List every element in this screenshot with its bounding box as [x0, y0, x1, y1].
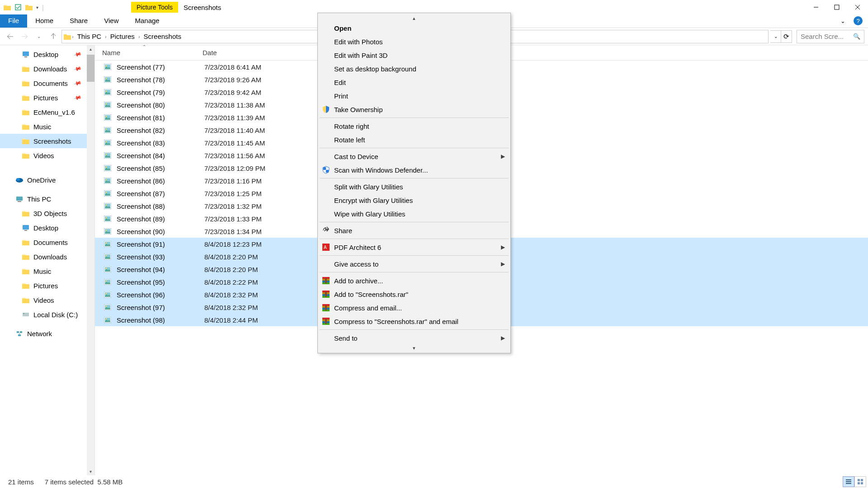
chevron-right-icon[interactable]: ›	[105, 34, 107, 39]
context-menu-item-compress-to-screenshots-rar-and-email[interactable]: Compress to "Screenshots.rar" and email	[318, 314, 510, 328]
refresh-button[interactable]: ⟳	[781, 30, 792, 43]
context-menu-item-split-with-glary-utilities[interactable]: Split with Glary Utilities	[318, 180, 510, 193]
forward-button[interactable]: 🡢	[18, 30, 31, 43]
sidebar-item-downloads[interactable]: Downloads	[0, 249, 94, 264]
save-icon[interactable]	[14, 4, 22, 11]
column-date[interactable]: Date	[203, 49, 311, 56]
sidebar-item-3d-objects[interactable]: 3D Objects	[0, 206, 94, 221]
svg-rect-83	[846, 481, 851, 482]
sidebar-item-documents[interactable]: Documents	[0, 235, 94, 249]
context-menu-scroll-up-icon[interactable]: ▴	[318, 15, 510, 21]
sidebar-item-network[interactable]: Network	[0, 326, 94, 341]
chevron-right-icon[interactable]: ›	[138, 34, 140, 39]
breadcrumb-item[interactable]: Pictures	[108, 32, 137, 41]
maximize-button[interactable]	[826, 0, 847, 14]
sidebar-item-music[interactable]: Music	[0, 119, 94, 134]
context-menu-label: Share	[334, 227, 352, 235]
context-menu-item-open[interactable]: Open	[318, 21, 510, 35]
svg-rect-6	[24, 56, 27, 57]
qat-folder-icon[interactable]	[25, 4, 33, 10]
help-icon[interactable]: ?	[854, 16, 863, 25]
breadcrumb-item[interactable]: This PC	[75, 32, 104, 41]
rar-icon	[321, 303, 330, 312]
search-icon: 🔍	[853, 33, 860, 40]
context-menu-label: Rotate left	[334, 136, 365, 144]
file-name: Screenshot (96)	[117, 291, 204, 299]
context-menu-item-send-to[interactable]: Send to▶	[318, 331, 510, 345]
sidebar-scrollbar[interactable]: ▴ ▾	[87, 45, 94, 475]
ribbon-tab-view[interactable]: View	[96, 14, 127, 28]
sidebar-item-local-disk-c-[interactable]: Local Disk (C:)	[0, 307, 94, 322]
sidebar-item-label: Videos	[33, 296, 54, 304]
column-name[interactable]: ⌃Name	[102, 49, 203, 56]
breadcrumb-item[interactable]: Screenshots	[141, 32, 184, 41]
recent-dropdown-icon[interactable]: ⌄	[33, 30, 45, 43]
sidebar-item-desktop[interactable]: Desktop📌	[0, 47, 94, 61]
context-menu-item-compress-and-email[interactable]: Compress and email...	[318, 301, 510, 314]
chevron-right-icon[interactable]: ›	[72, 34, 74, 39]
context-menu-item-scan-with-windows-defender[interactable]: Scan with Windows Defender...	[318, 163, 510, 177]
sidebar-item-pictures[interactable]: Pictures	[0, 278, 94, 293]
back-button[interactable]: 🡠	[4, 30, 16, 43]
sidebar-item-downloads[interactable]: Downloads📌	[0, 61, 94, 76]
file-name: Screenshot (88)	[117, 202, 204, 210]
sidebar-item-this-pc[interactable]: This PC	[0, 192, 94, 206]
context-menu-item-rotate-right[interactable]: Rotate right	[318, 119, 510, 133]
close-button[interactable]	[847, 0, 868, 14]
context-menu-item-add-to-archive[interactable]: Add to archive...	[318, 274, 510, 287]
context-menu-item-encrypt-with-glary-utilities[interactable]: Encrypt with Glary Utilities	[318, 193, 510, 207]
context-menu-item-edit-with-photos[interactable]: Edit with Photos	[318, 35, 510, 48]
svg-point-8	[16, 178, 20, 181]
context-menu-item-print[interactable]: Print	[318, 89, 510, 103]
ribbon-tab-home[interactable]: Home	[27, 14, 61, 28]
image-file-icon	[104, 76, 112, 83]
sidebar-item-desktop[interactable]: Desktop	[0, 221, 94, 235]
context-menu-item-share[interactable]: Share	[318, 224, 510, 237]
context-menu-item-edit[interactable]: Edit	[318, 75, 510, 89]
svg-point-45	[106, 167, 107, 168]
context-menu-item-wipe-with-glary-utilities[interactable]: Wipe with Glary Utilities	[318, 207, 510, 221]
ribbon-tab-manage[interactable]: Manage	[127, 14, 167, 28]
qat-dropdown-icon[interactable]: ▾	[36, 5, 38, 10]
context-menu-item-rotate-left[interactable]: Rotate left	[318, 133, 510, 146]
context-menu-item-pdf-architect-6[interactable]: APDF Architect 6▶	[318, 240, 510, 254]
view-details-button[interactable]	[843, 476, 854, 487]
context-menu-label: Edit with Photos	[334, 38, 383, 46]
sidebar-item-music[interactable]: Music	[0, 264, 94, 278]
context-menu-item-give-access-to[interactable]: Give access to▶	[318, 257, 510, 271]
minimize-button[interactable]	[806, 0, 826, 14]
context-menu-item-set-as-desktop-background[interactable]: Set as desktop background	[318, 62, 510, 75]
address-dropdown-icon[interactable]: ⌄	[770, 30, 781, 43]
sidebar-item-documents[interactable]: Documents📌	[0, 76, 94, 90]
ribbon-tab-file[interactable]: File	[0, 14, 27, 28]
context-menu-label: Send to	[334, 334, 358, 342]
sidebar-item-videos[interactable]: Videos	[0, 148, 94, 163]
ribbon-tab-share[interactable]: Share	[61, 14, 96, 28]
expand-ribbon-icon[interactable]: ⌄	[840, 18, 845, 24]
search-placeholder: Search Scre...	[801, 33, 844, 40]
context-menu-item-cast-to-device[interactable]: Cast to Device▶	[318, 150, 510, 163]
context-menu-item-add-to-screenshots-rar[interactable]: Add to "Screenshots.rar"	[318, 287, 510, 301]
scroll-up-icon[interactable]: ▴	[87, 45, 94, 53]
context-menu-item-edit-with-paint-3d[interactable]: Edit with Paint 3D	[318, 48, 510, 62]
file-name: Screenshot (98)	[117, 316, 204, 324]
context-menu-item-take-ownership[interactable]: Take Ownership	[318, 103, 510, 116]
view-large-icons-button[interactable]	[854, 476, 866, 487]
context-menu-label: Add to "Screenshots.rar"	[334, 291, 408, 298]
scroll-down-icon[interactable]: ▾	[87, 468, 94, 475]
sidebar-item-videos[interactable]: Videos	[0, 293, 94, 307]
sidebar-item-label: 3D Objects	[33, 210, 67, 217]
up-button[interactable]: 🡡	[47, 30, 60, 43]
context-menu-scroll-down-icon[interactable]: ▾	[318, 345, 510, 351]
svg-rect-11	[23, 225, 29, 230]
context-menu-label: Compress and email...	[334, 304, 402, 312]
sidebar-item-label: Music	[33, 267, 51, 275]
sidebar-item-pictures[interactable]: Pictures📌	[0, 90, 94, 105]
svg-rect-16	[20, 331, 22, 333]
search-input[interactable]: Search Scre... 🔍	[797, 30, 864, 43]
sidebar-item-ecmenu-v1-6[interactable]: EcMenu_v1.6	[0, 105, 94, 119]
folder-icon	[22, 282, 30, 289]
scrollbar-thumb[interactable]	[87, 55, 94, 82]
sidebar-item-screenshots[interactable]: Screenshots	[0, 134, 94, 148]
sidebar-item-onedrive[interactable]: OneDrive	[0, 173, 94, 187]
